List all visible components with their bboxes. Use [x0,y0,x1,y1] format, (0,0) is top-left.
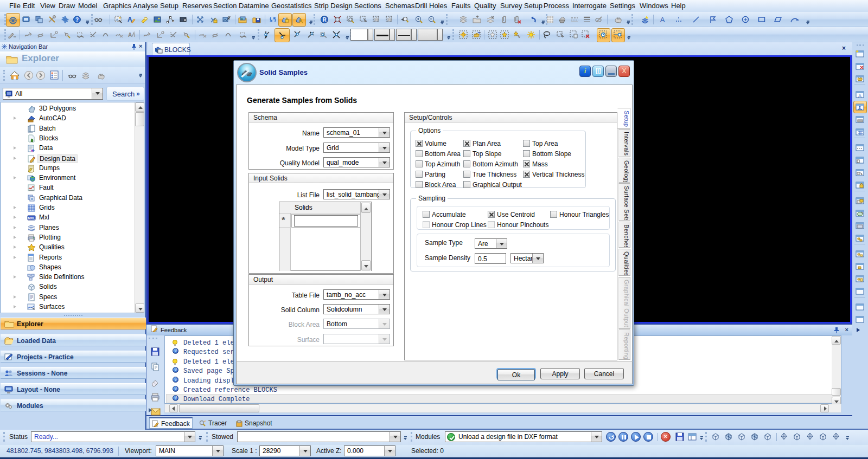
svg-text:A: A [858,93,861,99]
svg-text:MXL: MXL [28,216,35,220]
svg-text:A: A [128,32,132,38]
svg-text:?: ? [75,17,79,23]
svg-text:R: R [322,17,327,23]
svg-text:A: A [660,16,665,24]
